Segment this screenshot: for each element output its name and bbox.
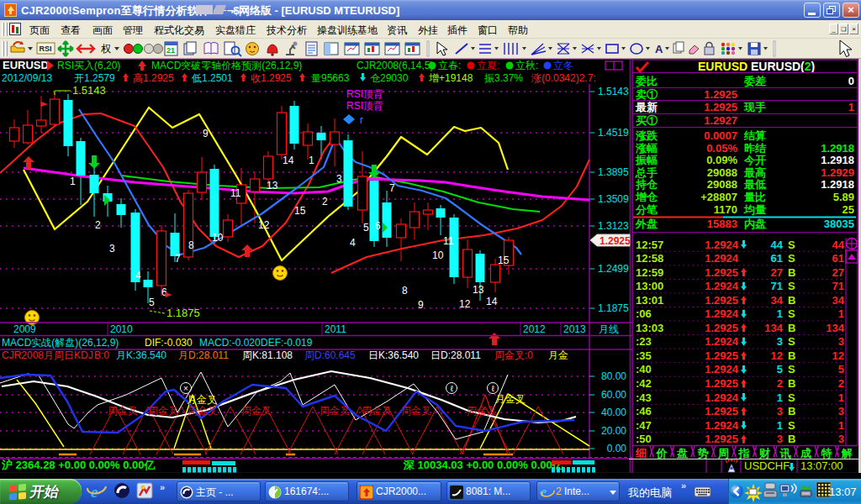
svg-text:月K:36.540: 月K:36.540 <box>116 349 166 361</box>
svg-text:高1.2925: 高1.2925 <box>133 72 174 84</box>
svg-text:卖①: 卖① <box>636 88 658 101</box>
svg-text:1: 1 <box>838 391 844 404</box>
svg-text:1.5143: 1.5143 <box>72 84 106 97</box>
svg-text:12: 12 <box>258 219 270 231</box>
svg-text:71: 71 <box>771 280 783 292</box>
svg-text:讯: 讯 <box>779 447 792 459</box>
svg-text:1.2918: 1.2918 <box>821 142 854 155</box>
svg-text:4: 4 <box>135 270 141 281</box>
svg-text:B:0: B:0 <box>94 349 109 361</box>
svg-text:1: 1 <box>848 101 854 113</box>
svg-text:1.2925: 1.2925 <box>705 349 738 362</box>
svg-text:1.2925: 1.2925 <box>705 322 738 334</box>
svg-text:1170: 1170 <box>714 203 737 216</box>
svg-text:MACD:-0.020: MACD:-0.020 <box>199 337 261 349</box>
svg-text:涨(0.0342)2.7:: 涨(0.0342)2.7: <box>531 72 596 84</box>
svg-text:1.2924: 1.2924 <box>705 419 739 432</box>
svg-text:2: 2 <box>95 219 101 231</box>
svg-text:11: 11 <box>443 235 454 247</box>
svg-text:2010: 2010 <box>110 323 133 335</box>
svg-text:1.3509: 1.3509 <box>598 193 629 205</box>
svg-text:15883: 15883 <box>707 218 737 230</box>
svg-text:3: 3 <box>777 405 783 417</box>
svg-text:涨幅: 涨幅 <box>636 142 658 155</box>
svg-text:立秋:: 立秋: <box>515 60 538 71</box>
svg-text:0.0007: 0.0007 <box>704 129 737 142</box>
svg-text:量95663: 量95663 <box>311 72 350 84</box>
svg-text:深 10034.03 +0.00 0.00% 0.00亿: 深 10034.03 +0.00 0.00% 0.00亿 <box>403 459 564 471</box>
svg-text:B: B <box>788 294 795 307</box>
svg-text::42: :42 <box>636 377 652 390</box>
svg-text::23: :23 <box>636 335 652 348</box>
svg-text:1.3895: 1.3895 <box>598 166 629 178</box>
svg-text:61: 61 <box>771 252 783 265</box>
svg-text:12:58: 12:58 <box>636 252 663 265</box>
svg-text:月D:28.011: 月D:28.011 <box>178 349 229 361</box>
svg-text:S: S <box>788 280 795 292</box>
svg-text::43: :43 <box>636 391 652 404</box>
svg-text:月金叉: 月金叉 <box>495 393 526 405</box>
svg-text:12: 12 <box>459 298 471 310</box>
svg-text:8: 8 <box>402 285 408 297</box>
svg-text:仓29030: 仓29030 <box>370 72 409 84</box>
svg-text:15: 15 <box>498 255 510 266</box>
svg-text:EURUSD(2): EURUSD(2) <box>751 60 815 73</box>
svg-text:B: B <box>788 349 795 362</box>
svg-text:周K:81.108: 周K:81.108 <box>242 349 293 361</box>
svg-text:低1.2501: 低1.2501 <box>192 72 233 84</box>
svg-text:1: 1 <box>838 419 844 432</box>
svg-text:S: S <box>788 363 795 375</box>
svg-text:2012: 2012 <box>523 323 546 335</box>
svg-text:1.2918: 1.2918 <box>821 154 854 166</box>
svg-text:S: S <box>788 252 795 265</box>
svg-text:12: 12 <box>771 349 783 362</box>
svg-text:收1.2925: 收1.2925 <box>251 72 292 84</box>
svg-text:1.1875: 1.1875 <box>166 307 200 319</box>
svg-text:1.2925: 1.2925 <box>705 266 738 279</box>
svg-text:61: 61 <box>832 252 844 265</box>
svg-text:0.09%: 0.09% <box>706 154 737 166</box>
svg-text:12:57: 12:57 <box>636 239 663 251</box>
svg-text:34: 34 <box>771 294 784 307</box>
svg-text:10: 10 <box>212 232 224 244</box>
svg-text:周金叉: 周金叉 <box>241 405 272 417</box>
svg-text:RSI顶背: RSI顶背 <box>346 88 383 100</box>
svg-text::06: :06 <box>636 307 652 320</box>
svg-text:3: 3 <box>838 433 844 445</box>
svg-text:细: 细 <box>635 447 647 459</box>
svg-text:现手: 现手 <box>743 101 766 113</box>
svg-text:r: r <box>360 114 363 126</box>
svg-text:财: 财 <box>758 447 770 459</box>
svg-text:0.05%: 0.05% <box>706 142 737 155</box>
svg-text:14: 14 <box>486 296 498 307</box>
svg-text:最低: 最低 <box>743 178 766 191</box>
svg-text:13:07:00: 13:07:00 <box>800 459 843 472</box>
svg-text:周金叉:0: 周金叉:0 <box>494 349 533 361</box>
svg-text:RSI顶背: RSI顶背 <box>346 100 383 112</box>
svg-text:0.00: 0.00 <box>607 443 627 454</box>
svg-text:月金叉: 月金叉 <box>187 394 217 406</box>
svg-text:成: 成 <box>800 447 811 459</box>
svg-text:3: 3 <box>777 335 783 348</box>
svg-text:25: 25 <box>843 203 854 216</box>
svg-text:周金叉: 周金叉 <box>362 405 392 417</box>
svg-text:27: 27 <box>771 266 783 279</box>
svg-text:10: 10 <box>432 249 444 261</box>
svg-text:周金叉: 周金叉 <box>467 405 497 417</box>
svg-text:1: 1 <box>838 307 844 320</box>
svg-text:2013: 2013 <box>563 323 586 335</box>
svg-text:EURUSD: EURUSD <box>698 60 747 73</box>
svg-text:1.2924: 1.2924 <box>705 252 739 265</box>
svg-text:立春:: 立春: <box>438 60 461 71</box>
svg-text:×: × <box>183 384 188 393</box>
svg-text:21: 21 <box>166 46 175 55</box>
svg-text:增仓: 增仓 <box>635 191 658 203</box>
svg-text:B: B <box>788 377 795 390</box>
svg-text:13:07: 13:07 <box>829 486 857 498</box>
svg-text:均量: 均量 <box>743 203 766 216</box>
svg-text:EURUSD: EURUSD <box>3 59 49 71</box>
svg-text:B: B <box>788 405 795 417</box>
svg-text:分笔: 分笔 <box>635 203 658 216</box>
svg-text:最新: 最新 <box>635 101 658 113</box>
svg-text:14: 14 <box>283 155 294 166</box>
